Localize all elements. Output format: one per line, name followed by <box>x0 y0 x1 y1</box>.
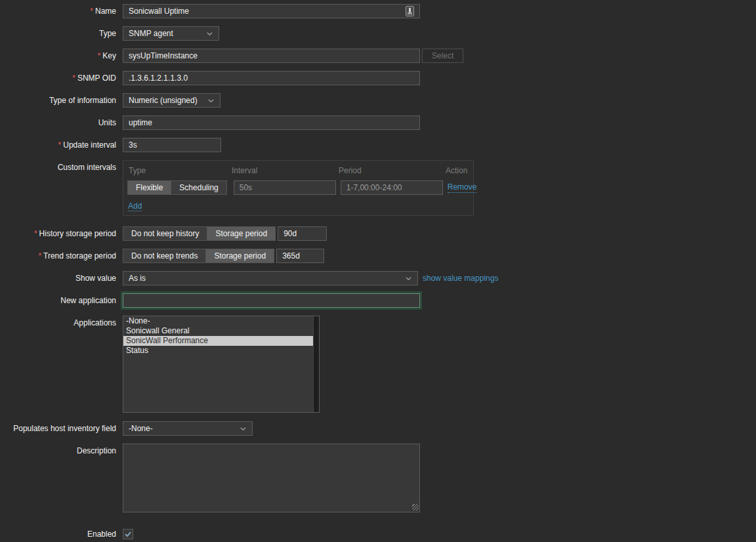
row-inventory-field: Populates host inventory field -None- <box>0 421 756 436</box>
trend-storage-label: *Trend storage period <box>0 249 116 263</box>
column-header-action: Action <box>446 166 469 175</box>
history-storage-period-button[interactable]: Storage period <box>207 227 275 240</box>
row-applications: Applications -None- Sonicwall General So… <box>0 316 756 413</box>
required-marker: * <box>38 251 41 261</box>
description-label: Description <box>0 444 116 458</box>
remove-interval-link[interactable]: Remove <box>448 182 477 193</box>
item-configuration-form: *Name Type SNMP agent *Key Select *SNMP … <box>0 0 756 541</box>
row-update-interval: *Update interval <box>0 138 756 152</box>
inventory-field-select[interactable]: -None- <box>123 421 253 436</box>
type-select[interactable]: SNMP agent <box>123 26 219 41</box>
show-value-select[interactable]: As is <box>123 271 418 285</box>
required-marker: * <box>58 140 62 150</box>
inventory-field-label: Populates host inventory field <box>0 421 116 436</box>
row-description: Description <box>0 444 756 512</box>
do-not-keep-trends-button[interactable]: Do not keep trends <box>123 249 206 262</box>
row-key: *Key Select <box>0 49 756 63</box>
row-snmp-oid: *SNMP OID <box>0 71 756 85</box>
type-of-information-select[interactable]: Numeric (unsigned) <box>123 93 220 108</box>
type-select-value: SNMP agent <box>129 27 202 40</box>
name-label: *Name <box>0 4 116 18</box>
applications-listbox: -None- Sonicwall General SonicWall Perfo… <box>123 316 320 413</box>
applications-option[interactable]: Sonicwall General <box>123 326 313 336</box>
row-type-of-information: Type of information Numeric (unsigned) <box>0 93 756 108</box>
snmp-oid-input[interactable] <box>123 71 420 85</box>
trend-period-input[interactable] <box>276 249 324 263</box>
resize-handle-icon[interactable] <box>412 504 419 511</box>
type-of-information-label: Type of information <box>0 93 116 108</box>
add-interval-link[interactable]: Add <box>128 201 142 211</box>
required-marker: * <box>34 229 37 238</box>
chevron-down-icon <box>206 30 213 37</box>
custom-intervals-header: Type Interval Period Action <box>127 165 469 180</box>
flexible-interval-input[interactable] <box>234 180 336 195</box>
chevron-down-icon <box>240 425 247 432</box>
do-not-keep-history-button[interactable]: Do not keep history <box>123 227 207 240</box>
description-textarea[interactable] <box>123 444 420 512</box>
history-period-input[interactable] <box>278 226 327 241</box>
listbox-scrollbar[interactable] <box>313 316 319 412</box>
new-application-input[interactable] <box>123 293 420 308</box>
interval-type-scheduling-button[interactable]: Scheduling <box>171 181 226 194</box>
row-custom-intervals: Custom intervals Type Interval Period Ac… <box>0 160 756 216</box>
history-storage-label: *History storage period <box>0 226 116 241</box>
enabled-label: Enabled <box>0 527 116 541</box>
inventory-field-value: -None- <box>129 422 236 435</box>
update-interval-label: *Update interval <box>0 138 116 152</box>
update-interval-input[interactable] <box>123 138 221 152</box>
new-application-label: New application <box>0 293 116 308</box>
checkmark-icon <box>124 530 132 538</box>
applications-option[interactable]: -None- <box>123 316 313 326</box>
show-value-selected: As is <box>129 272 401 285</box>
column-header-interval: Interval <box>232 166 339 175</box>
new-application-focus-ring <box>123 293 420 308</box>
trend-mode-toggle: Do not keep trends Storage period <box>123 249 274 263</box>
row-name: *Name <box>0 4 756 18</box>
key-input[interactable] <box>123 49 420 63</box>
custom-intervals-label: Custom intervals <box>0 160 116 175</box>
row-trend-storage: *Trend storage period Do not keep trends… <box>0 249 756 263</box>
chevron-down-icon <box>405 275 412 282</box>
row-show-value: Show value As is show value mappings <box>0 271 756 285</box>
required-marker: * <box>72 73 75 83</box>
key-select-button[interactable]: Select <box>422 49 463 63</box>
show-value-label: Show value <box>0 271 116 285</box>
column-header-period: Period <box>339 166 446 175</box>
required-marker: * <box>98 51 101 60</box>
row-history-storage: *History storage period Do not keep hist… <box>0 226 756 241</box>
flexible-period-input[interactable] <box>341 180 443 195</box>
custom-intervals-table: Type Interval Period Action Flexible Sch… <box>123 160 474 216</box>
required-marker: * <box>90 7 93 16</box>
applications-option[interactable]: Status <box>123 346 313 356</box>
type-of-information-value: Numeric (unsigned) <box>129 94 203 107</box>
snmp-oid-label: *SNMP OID <box>0 71 116 85</box>
interval-type-flexible-button[interactable]: Flexible <box>128 181 171 194</box>
row-new-application: New application <box>0 293 756 308</box>
applications-option[interactable]: SonicWall Performance <box>123 336 313 346</box>
show-value-mappings-link[interactable]: show value mappings <box>423 271 498 285</box>
enabled-checkbox[interactable] <box>123 529 133 539</box>
row-units: Units <box>0 115 756 130</box>
autofill-icon[interactable] <box>406 6 414 16</box>
key-label: *Key <box>0 49 116 63</box>
column-header-type: Type <box>127 166 232 175</box>
chevron-down-icon <box>207 97 215 104</box>
row-type: Type SNMP agent <box>0 26 756 41</box>
units-label: Units <box>0 115 116 130</box>
row-enabled: Enabled <box>0 527 756 541</box>
interval-type-toggle: Flexible Scheduling <box>127 180 227 195</box>
name-input[interactable] <box>123 4 420 18</box>
history-mode-toggle: Do not keep history Storage period <box>123 226 276 241</box>
trend-storage-period-button[interactable]: Storage period <box>206 249 274 262</box>
applications-label: Applications <box>0 316 116 330</box>
units-input[interactable] <box>123 115 420 130</box>
custom-interval-row: Flexible Scheduling Remove <box>127 180 469 195</box>
type-label: Type <box>0 26 116 41</box>
